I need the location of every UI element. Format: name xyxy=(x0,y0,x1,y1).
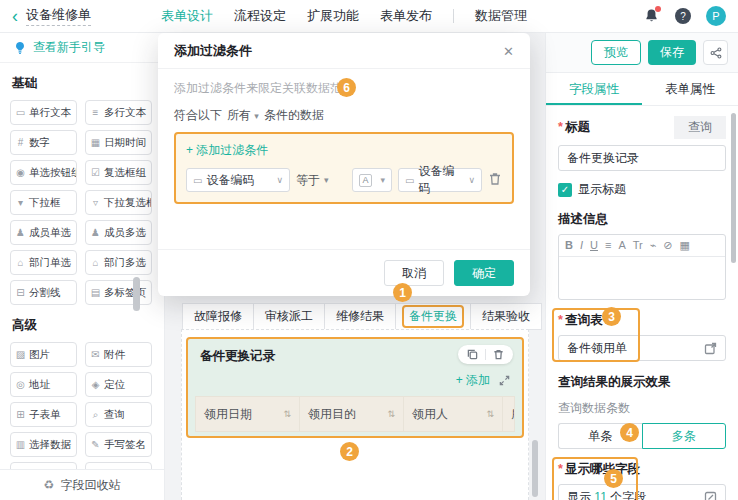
field-label: 成员单选 xyxy=(29,226,71,240)
field-button-location[interactable]: ◈定位 xyxy=(85,372,152,397)
link-icon[interactable]: ⌁ xyxy=(650,239,657,252)
field-button-data-link[interactable]: ▥选择数据 xyxy=(10,432,77,457)
sort-icon[interactable]: ⇅ xyxy=(387,397,395,431)
value-type-select[interactable]: A ▾ xyxy=(352,168,392,192)
add-filter-condition-button[interactable]: + 添加过滤条件 xyxy=(186,143,268,157)
sidebar-scrollbar[interactable] xyxy=(133,277,140,311)
divider-icon: ⊟ xyxy=(15,287,26,298)
field-button-dept-multi[interactable]: ⌂部门多选 xyxy=(85,250,152,275)
share-button[interactable] xyxy=(703,40,728,65)
tab-parts-replace[interactable]: 备件更换 xyxy=(395,303,471,330)
tab-fault-report[interactable]: 故障报修 xyxy=(182,303,254,330)
field-button-member-multi[interactable]: ♟成员多选 xyxy=(85,220,152,245)
copy-icon[interactable] xyxy=(467,349,478,360)
description-editor[interactable]: B I U ≡ A Tr ⌁ ⊘ ▦ xyxy=(558,234,726,300)
preview-button[interactable]: 预览 xyxy=(591,40,641,65)
user-avatar[interactable]: P xyxy=(706,6,726,26)
title-input[interactable]: 备件更换记录 xyxy=(558,145,726,171)
field-button-signature[interactable]: ✎手写签名 xyxy=(85,432,152,457)
query-table-select[interactable]: 备件领用单 xyxy=(558,335,726,361)
tab-repair-result[interactable]: 维修结果 xyxy=(324,303,396,330)
underline-icon[interactable]: U xyxy=(590,239,598,252)
show-title-checkbox[interactable]: ✓ xyxy=(558,183,572,197)
field-button-image[interactable]: ▨图片 xyxy=(10,342,77,367)
tab-data-manage[interactable]: 数据管理 xyxy=(475,7,527,25)
tab-publish[interactable]: 表单发布 xyxy=(380,7,432,25)
tab-label: 故障报修 xyxy=(194,308,242,325)
field-button-select[interactable]: ▾下拉框 xyxy=(10,190,77,215)
field-button-query[interactable]: ⌕查询 xyxy=(85,402,152,427)
field-button-attachment[interactable]: ✉附件 xyxy=(85,342,152,367)
tab-result-accept[interactable]: 结果验收 xyxy=(470,303,542,330)
text-field-icon: ▭ xyxy=(405,175,414,186)
condition-operator-select[interactable]: 等于 ▾ xyxy=(296,172,346,189)
multiple-records-button[interactable]: 多条 xyxy=(642,423,727,449)
field-button-radio-group[interactable]: ◉单选按钮组 xyxy=(10,160,77,185)
insert-image-icon[interactable]: ▦ xyxy=(680,239,690,252)
match-prefix: 符合以下 xyxy=(174,107,222,124)
delete-condition-button[interactable] xyxy=(488,172,502,189)
notification-bell-icon[interactable] xyxy=(644,8,660,24)
text-field-icon: ▭ xyxy=(193,175,202,186)
editor-area[interactable] xyxy=(559,257,725,299)
close-icon[interactable]: ✕ xyxy=(503,44,514,59)
column-label: 领用日期 xyxy=(204,406,279,423)
field-label: 单行文本 xyxy=(29,106,71,120)
column-header[interactable]: 领用目的⇅ xyxy=(300,397,404,431)
tab-review-dispatch[interactable]: 审核派工 xyxy=(253,303,325,330)
match-mode-select[interactable]: 所有 ▾ xyxy=(227,107,259,124)
field-button-checkbox-group[interactable]: ☑复选框组 xyxy=(85,160,152,185)
tab-container-icon: ▤ xyxy=(90,287,101,298)
cancel-button[interactable]: 取消 xyxy=(384,260,444,286)
back-icon[interactable]: ‹ xyxy=(12,7,18,25)
align-icon[interactable]: ≡ xyxy=(605,239,611,252)
sort-icon[interactable]: ⇅ xyxy=(283,397,291,431)
tab-extensions[interactable]: 扩展功能 xyxy=(307,7,359,25)
help-icon[interactable]: ? xyxy=(675,8,691,24)
field-button-dept-single[interactable]: ⌂部门单选 xyxy=(10,250,77,275)
form-title[interactable]: 设备维修单 xyxy=(26,6,91,26)
tab-form-design[interactable]: 表单设计 xyxy=(161,7,213,25)
field-button-address[interactable]: ◎地址 xyxy=(10,372,77,397)
step-badge-1: 1 xyxy=(393,283,412,302)
unlink-icon[interactable]: ⊘ xyxy=(663,239,672,252)
tab-workflow[interactable]: 流程设定 xyxy=(234,7,286,25)
italic-icon[interactable]: I xyxy=(580,239,583,252)
sort-icon[interactable]: ⇅ xyxy=(486,397,494,431)
canvas-scrollbar[interactable] xyxy=(532,440,538,497)
column-header[interactable]: 所在部 xyxy=(503,397,515,431)
tab-form-props[interactable]: 表单属性 xyxy=(642,73,738,105)
tab-label: 结果验收 xyxy=(482,308,530,325)
save-button[interactable]: 保存 xyxy=(648,40,696,65)
bold-icon[interactable]: B xyxy=(565,239,573,252)
font-color-icon[interactable]: A xyxy=(618,239,625,252)
property-panel-scrollbar[interactable] xyxy=(731,113,736,263)
query-field-panel[interactable]: 备件更换记录 + 添加 领用日期⇅ 领用目的⇅ 领用人⇅ 所在部 xyxy=(186,337,524,438)
field-recycle-bin[interactable]: ♻ 字段回收站 xyxy=(0,469,164,500)
column-header[interactable]: 领用日期⇅ xyxy=(196,397,300,431)
expand-icon[interactable] xyxy=(499,375,510,386)
column-header[interactable]: 领用人⇅ xyxy=(404,397,503,431)
field-button-divider[interactable]: ⊟分割线 xyxy=(10,280,77,305)
add-row-button[interactable]: + 添加 xyxy=(456,372,490,389)
condition-field-select[interactable]: ▭ 设备编码 ∨ xyxy=(186,168,290,192)
field-button-subform[interactable]: ⊞子表单 xyxy=(10,402,77,427)
edit-icon[interactable] xyxy=(704,491,717,500)
field-type-badge[interactable]: 查询 xyxy=(674,116,726,139)
field-button-member-single[interactable]: ♟成员单选 xyxy=(10,220,77,245)
field-button-multi-select[interactable]: ▿下拉复选框 xyxy=(85,190,152,215)
open-form-link-icon[interactable] xyxy=(704,342,717,355)
recycle-icon: ♻ xyxy=(44,478,55,492)
field-button-number[interactable]: #数字 xyxy=(10,130,77,155)
newbie-guide-link[interactable]: 查看新手引导 xyxy=(0,33,164,63)
field-button-datetime[interactable]: ▦日期时间 xyxy=(85,130,152,155)
font-style-icon[interactable]: Tr xyxy=(633,239,643,252)
field-button-multi-line-text[interactable]: ≡多行文本 xyxy=(85,100,152,125)
display-fields-setting[interactable]: 显示 11 个字段 xyxy=(558,484,726,500)
tab-field-props[interactable]: 字段属性 xyxy=(546,73,642,105)
field-button-tab-container[interactable]: ▤多标签页 xyxy=(85,280,152,305)
field-button-single-line-text[interactable]: ▭单行文本 xyxy=(10,100,77,125)
trash-icon[interactable] xyxy=(493,349,504,360)
confirm-button[interactable]: 确定 xyxy=(454,260,514,286)
condition-value-select[interactable]: ▭ 设备编码 ∨ xyxy=(398,168,482,192)
